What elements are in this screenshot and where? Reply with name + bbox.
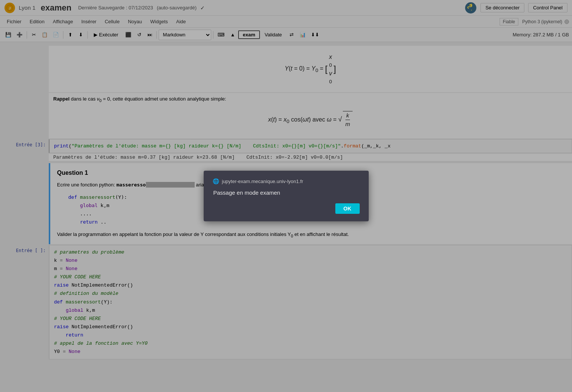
modal-url: jupyter-exam.mecanique.univ-lyon1.fr [222, 179, 303, 184]
modal-actions: OK [213, 203, 360, 214]
modal-overlay[interactable]: 🌐 jupyter-exam.mecanique.univ-lyon1.fr P… [0, 0, 572, 392]
modal-header: 🌐 jupyter-exam.mecanique.univ-lyon1.fr [213, 178, 360, 184]
modal-ok-button[interactable]: OK [335, 203, 360, 214]
globe-icon: 🌐 [213, 178, 219, 184]
modal-dialog: 🌐 jupyter-exam.mecanique.univ-lyon1.fr P… [204, 171, 369, 221]
modal-message: Passage en mode examen [213, 189, 360, 196]
